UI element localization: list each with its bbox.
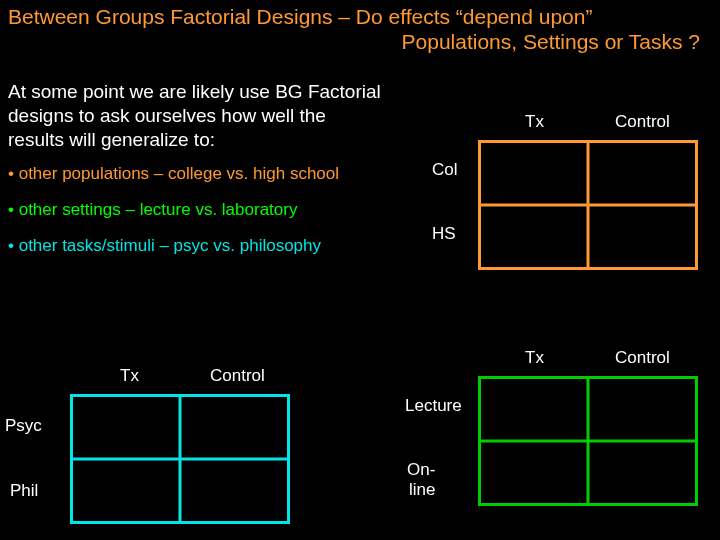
row-header-hs: HS [432,224,456,244]
grid-box-green [478,376,698,506]
col-header-tx-3: Tx [120,366,139,386]
grid-box-orange [478,140,698,270]
slide-title-line1: Between Groups Factorial Designs – Do ef… [0,0,720,30]
row-header-psyc: Psyc [5,416,42,436]
intro-text: At some point we are likely use BG Facto… [0,62,390,155]
slide-title-line2: Populations, Settings or Tasks ? [0,30,720,62]
row-header-col: Col [432,160,458,180]
grid-box-cyan [70,394,290,524]
row-header-online: On-line [407,460,435,500]
col-header-control-3: Control [210,366,265,386]
col-header-control-2: Control [615,348,670,368]
row-header-lecture: Lecture [405,396,462,416]
row-header-phil: Phil [10,481,38,501]
col-header-tx: Tx [525,112,544,132]
col-header-tx-2: Tx [525,348,544,368]
col-header-control: Control [615,112,670,132]
